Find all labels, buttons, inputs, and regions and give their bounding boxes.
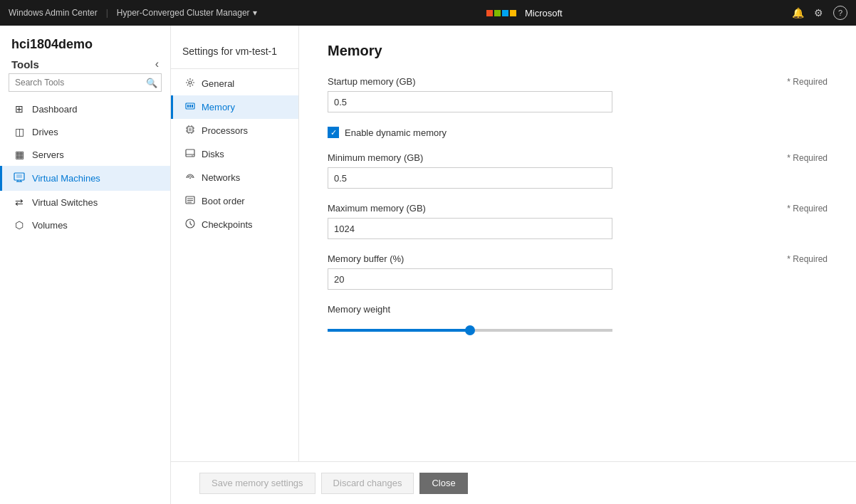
maximum-memory-label-row: Maximum memory (GB) * Required: [328, 203, 828, 214]
networks-label: Networks: [202, 172, 240, 183]
topbar-center: Microsoft: [486, 8, 563, 19]
maximum-memory-field: Maximum memory (GB) * Required: [328, 203, 828, 239]
dashboard-icon: ⊞: [14, 103, 25, 115]
processors-label: Processors: [202, 125, 248, 136]
topbar: Windows Admin Center | Hyper-Converged C…: [0, 0, 856, 26]
gear-icon[interactable]: ⚙: [814, 7, 823, 19]
memory-icon: [184, 101, 196, 113]
ms-logo-red: [486, 10, 493, 16]
startup-memory-input[interactable]: [328, 91, 612, 112]
memory-buffer-label: Memory buffer (%): [328, 253, 404, 264]
settings-page-title: Settings for vm-test-1: [171, 37, 298, 69]
sidebar-item-drives[interactable]: ◫ Drives: [0, 120, 170, 143]
brand-name: Microsoft: [525, 8, 563, 19]
content-footer-wrap: Settings for vm-test-1 General: [171, 26, 856, 504]
sidebar-item-servers[interactable]: ▦ Servers: [0, 143, 170, 166]
general-label: General: [202, 78, 234, 89]
minimum-memory-label: Minimum memory (GB): [328, 152, 423, 163]
close-button[interactable]: Close: [419, 473, 467, 494]
startup-memory-field: Startup memory (GB) * Required: [328, 76, 828, 112]
boot-order-icon: [184, 195, 196, 207]
sidebar-item-label: Servers: [32, 149, 64, 160]
svg-point-23: [189, 177, 191, 179]
ms-logo-yellow: [510, 10, 516, 16]
settings-nav-disks[interactable]: Disks: [171, 142, 298, 166]
notification-icon[interactable]: 🔔: [792, 7, 804, 19]
settings-nav-checkpoints[interactable]: Checkpoints: [171, 213, 298, 236]
save-button[interactable]: Save memory settings: [199, 473, 315, 494]
sidebar-item-label: Drives: [32, 127, 58, 137]
memory-weight-slider[interactable]: [328, 329, 612, 332]
tools-label: Tools: [11, 58, 39, 70]
manager-name: Hyper-Converged Cluster Manager ▾: [117, 8, 257, 18]
nav-items: ⊞ Dashboard ◫ Drives ▦ Servers: [0, 98, 170, 504]
app-name: Windows Admin Center: [9, 8, 98, 18]
footer-bar: Save memory settings Discard changes Clo…: [171, 461, 856, 504]
settings-nav-boot-order[interactable]: Boot order: [171, 189, 298, 213]
disks-icon: [184, 148, 196, 160]
search-icon[interactable]: 🔍: [146, 78, 157, 88]
minimum-memory-input[interactable]: [328, 167, 612, 189]
maximum-memory-label: Maximum memory (GB): [328, 203, 426, 214]
processors-icon: [184, 125, 196, 137]
svg-rect-7: [187, 105, 189, 107]
maximum-memory-required: * Required: [787, 204, 828, 214]
disks-label: Disks: [202, 149, 224, 159]
checkmark-icon: ✓: [330, 129, 337, 137]
sidebar: hci1804demo Tools ‹ 🔍 ⊞ Dashboard ◫ Driv…: [0, 26, 171, 504]
startup-memory-required: * Required: [787, 77, 828, 87]
minimum-memory-required: * Required: [787, 153, 828, 163]
sidebar-item-virtual-switches[interactable]: ⇄ Virtual Switches: [0, 191, 170, 214]
section-title: Memory: [328, 43, 828, 59]
settings-nav-processors[interactable]: Processors: [171, 119, 298, 142]
minimum-memory-field: Minimum memory (GB) * Required: [328, 152, 828, 189]
settings-nav: Settings for vm-test-1 General: [171, 26, 299, 461]
svg-rect-8: [189, 105, 191, 107]
memory-buffer-field: Memory buffer (%) * Required: [328, 253, 828, 290]
app-body: hci1804demo Tools ‹ 🔍 ⊞ Dashboard ◫ Driv…: [0, 26, 856, 504]
networks-icon: [184, 172, 196, 184]
sidebar-item-virtual-machines[interactable]: Virtual Machines: [0, 166, 170, 191]
vswitches-icon: ⇄: [14, 196, 25, 208]
dynamic-memory-label: Enable dynamic memory: [345, 127, 447, 138]
general-icon: [184, 78, 196, 90]
sidebar-item-label: Virtual Machines: [32, 173, 100, 184]
svg-rect-11: [189, 128, 192, 131]
sidebar-header: hci1804demo: [0, 26, 170, 58]
topbar-left: Windows Admin Center | Hyper-Converged C…: [9, 8, 257, 18]
svg-rect-20: [186, 149, 194, 157]
svg-point-22: [192, 155, 193, 157]
collapse-button[interactable]: ‹: [155, 58, 159, 70]
memory-label: Memory: [202, 102, 235, 112]
dynamic-memory-checkbox[interactable]: ✓: [328, 127, 339, 138]
memory-buffer-input[interactable]: [328, 268, 612, 290]
sidebar-item-volumes[interactable]: ⬡ Volumes: [0, 214, 170, 236]
sidebar-item-label: Dashboard: [32, 104, 78, 115]
topbar-right: 🔔 ⚙ ?: [792, 6, 847, 20]
discard-button[interactable]: Discard changes: [321, 473, 414, 494]
search-input[interactable]: [9, 73, 162, 92]
sidebar-item-label: Volumes: [32, 220, 68, 231]
settings-nav-general[interactable]: General: [171, 72, 298, 95]
svg-rect-9: [192, 105, 193, 107]
maximum-memory-input[interactable]: [328, 218, 612, 239]
startup-memory-label: Startup memory (GB): [328, 76, 416, 87]
volumes-icon: ⬡: [14, 219, 25, 231]
ms-logo-blue: [502, 10, 508, 16]
memory-weight-label: Memory weight: [328, 304, 828, 315]
settings-nav-networks[interactable]: Networks: [171, 166, 298, 189]
ms-logo: [486, 10, 516, 16]
ms-logo-green: [494, 10, 501, 16]
settings-content: Memory Startup memory (GB) * Required ✓ …: [299, 26, 856, 461]
vm-icon: [14, 172, 25, 185]
sidebar-item-dashboard[interactable]: ⊞ Dashboard: [0, 98, 170, 120]
memory-buffer-required: * Required: [787, 254, 828, 264]
servers-icon: ▦: [14, 149, 25, 160]
cluster-name: hci1804demo: [11, 37, 93, 52]
content-inner: Settings for vm-test-1 General: [171, 26, 856, 461]
memory-buffer-label-row: Memory buffer (%) * Required: [328, 253, 828, 264]
chevron-icon[interactable]: ▾: [253, 8, 257, 18]
help-icon[interactable]: ?: [833, 6, 847, 20]
settings-nav-memory[interactable]: Memory: [171, 95, 298, 119]
minimum-memory-label-row: Minimum memory (GB) * Required: [328, 152, 828, 163]
